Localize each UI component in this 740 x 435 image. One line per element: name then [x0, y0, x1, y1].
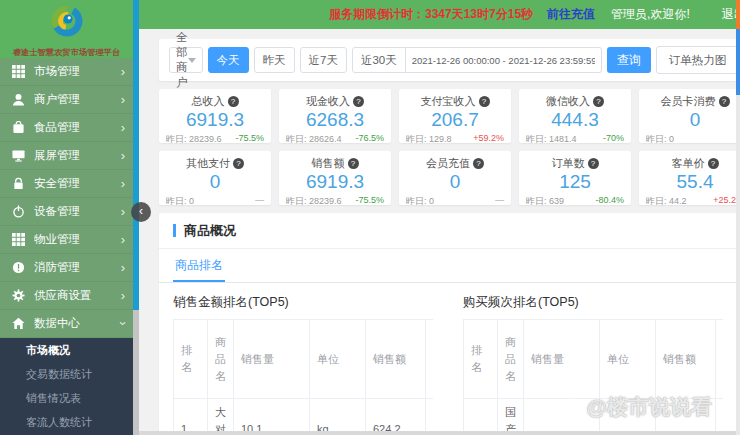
help-icon[interactable]: ? — [473, 158, 484, 169]
sidebar-item-datacenter[interactable]: 数据中心 › — [0, 310, 133, 338]
submenu-item-sales-report[interactable]: 销售情况表 — [0, 386, 133, 410]
menu-label: 数据中心 — [34, 316, 121, 331]
cell: 32 — [716, 399, 724, 435]
help-icon[interactable]: ? — [353, 96, 364, 107]
stat-card-member-recharge: 会员充值? 0 昨日: 0— — [399, 151, 511, 205]
help-icon[interactable]: ? — [593, 96, 604, 107]
help-icon[interactable]: ? — [233, 158, 244, 169]
stat-value: 55.4 — [639, 171, 740, 194]
table-title: 销售金额排名(TOP5) — [173, 294, 433, 311]
filter-bar: 全部商户 今天 昨天 近7天 近30天 查询 订单热力图 — [159, 39, 737, 81]
help-icon[interactable]: ? — [708, 158, 719, 169]
table-title: 购买频次排名(TOP5) — [463, 294, 723, 311]
tab-bar: 商品排名 — [159, 249, 737, 283]
sidebar-collapse-button[interactable]: ‹ — [131, 202, 151, 222]
stats-row-2: 其他支付? 0 昨日: 0— 销售额? 6919.3 昨日: 28239.6-7… — [159, 151, 740, 205]
col-header: 排名 — [174, 320, 208, 399]
sidebar-item-security[interactable]: 安全管理 › — [0, 170, 133, 198]
stat-card-avg-order-value: 客单价? 55.4 昨日: 44.2+25.2% — [639, 151, 740, 205]
stat-label: 销售额 — [312, 156, 345, 171]
col-header: 销售量 — [524, 320, 600, 399]
range-30days-button[interactable]: 近30天 — [352, 47, 406, 73]
sidebar-item-merchant[interactable]: 商户管理 › — [0, 86, 133, 114]
stat-delta: — — [495, 195, 504, 205]
stat-delta: -75.5% — [235, 133, 264, 143]
table-row: 1 大对虾 10.1 kg 624.2 19 — [174, 399, 434, 435]
horizontal-scrollbar[interactable] — [139, 431, 736, 435]
stat-value: 0 — [639, 109, 740, 132]
cell: 624.2 — [366, 399, 426, 435]
stat-yesterday: 昨日: 1481.4 — [526, 133, 577, 143]
stat-card-cash-income: 现金收入? 6268.3 昨日: 28626.4-76.5% — [279, 89, 391, 143]
menu-label: 食品管理 — [34, 120, 121, 135]
help-icon[interactable]: ? — [588, 158, 599, 169]
cell: 国产水果 — [498, 399, 524, 435]
stat-delta: — — [255, 195, 264, 205]
table-row: 1 国产水果 121.1 斤 147.8 32 — [464, 399, 724, 435]
date-range-group: 近30天 — [352, 47, 602, 73]
cell: 147.8 — [656, 399, 716, 435]
range-yesterday-button[interactable]: 昨天 — [254, 47, 295, 73]
section-header: 商品概况 — [159, 213, 737, 249]
stats-row-1: 总收入? 6919.3 昨日: 28239.6-75.5% 现金收入? 6268… — [159, 89, 740, 143]
sidebar-item-device[interactable]: 设备管理 › — [0, 198, 133, 226]
recharge-link[interactable]: 前往充值 — [547, 6, 595, 23]
merchant-select[interactable]: 全部商户 — [169, 47, 203, 73]
grid-icon — [12, 65, 26, 79]
stat-delta: -80.4% — [595, 195, 624, 205]
sidebar-item-fire[interactable]: 消防管理 › — [0, 254, 133, 282]
monitor-icon — [12, 149, 26, 163]
submenu-item-market-overview[interactable]: 市场概况 — [0, 338, 133, 362]
chevron-right-icon: › — [121, 261, 125, 274]
scrollbar-thumb[interactable] — [736, 29, 740, 95]
date-range-input[interactable] — [406, 47, 602, 73]
col-header: 购买频次 — [716, 320, 724, 399]
grid-icon — [12, 233, 26, 247]
sidebar-item-property[interactable]: 物业管理 › — [0, 226, 133, 254]
scrollbar-thumb[interactable] — [133, 0, 139, 310]
range-7days-button[interactable]: 近7天 — [300, 47, 347, 73]
tab-product-ranking[interactable]: 商品排名 — [173, 249, 225, 282]
cell: 121.1 — [524, 399, 600, 435]
help-icon[interactable]: ? — [228, 96, 239, 107]
menu-label: 消防管理 — [34, 260, 121, 275]
help-icon[interactable]: ? — [719, 96, 730, 107]
stat-value: 6919.3 — [279, 171, 391, 194]
platform-logo — [49, 3, 85, 41]
stat-card-order-count: 订单数? 125 昨日: 639-80.4% — [519, 151, 631, 205]
topbar: 服务期限倒计时：3347天13时7分15秒 前往充值 管理员,欢迎你! 退出登录 — [133, 0, 740, 29]
logout-button[interactable]: 退出登录 — [706, 6, 740, 23]
range-today-button[interactable]: 今天 — [208, 47, 249, 73]
submenu-item-visitor-stats[interactable]: 客流人数统计 — [0, 410, 133, 434]
chevron-right-icon: › — [121, 233, 125, 246]
col-header: 销售额 — [366, 320, 426, 399]
sidebar-submenu: 市场概况 交易数据统计 销售情况表 客流人数统计 — [0, 338, 133, 435]
product-overview-panel: 商品概况 商品排名 销售金额排名(TOP5) 排名 商品名 销售量 单位 销售额… — [159, 213, 737, 435]
section-title: 商品概况 — [184, 223, 236, 238]
stat-value: 444.3 — [519, 109, 631, 132]
page-scrollbar[interactable] — [736, 0, 740, 435]
cell: 大对虾 — [208, 399, 234, 435]
stat-label: 现金收入 — [306, 94, 350, 109]
stat-label: 会员充值 — [426, 156, 470, 171]
order-heatmap-button[interactable]: 订单热力图 — [656, 46, 740, 74]
sidebar-item-screen[interactable]: 展屏管理 › — [0, 142, 133, 170]
menu-label: 设备管理 — [34, 204, 121, 219]
bag-icon — [12, 121, 26, 135]
sidebar-item-supplier[interactable]: 供应商设置 › — [0, 282, 133, 310]
sidebar-item-market[interactable]: 市场管理 › — [0, 58, 133, 86]
stat-label: 会员卡消费 — [661, 94, 716, 109]
search-button[interactable]: 查询 — [607, 47, 651, 73]
help-icon[interactable]: ? — [479, 96, 490, 107]
main-content: 全部商户 今天 昨天 近7天 近30天 查询 订单热力图 总收入? 6919.3… — [139, 29, 740, 435]
stat-yesterday: 昨日: 129.8 — [406, 133, 452, 143]
submenu-item-transaction-stats[interactable]: 交易数据统计 — [0, 362, 133, 386]
help-icon[interactable]: ? — [348, 158, 359, 169]
gear-icon — [12, 289, 26, 303]
sales-amount-table: 排名 商品名 销售量 单位 销售额 购买频次 1 大对虾 10.1 kg 624… — [173, 319, 433, 435]
section-marker — [173, 224, 176, 237]
col-header: 商品名 — [208, 320, 234, 399]
sidebar-item-food[interactable]: 食品管理 › — [0, 114, 133, 142]
stat-card-alipay-income: 支付宝收入? 206.7 昨日: 129.8+59.2% — [399, 89, 511, 143]
cell: 1 — [174, 399, 208, 435]
